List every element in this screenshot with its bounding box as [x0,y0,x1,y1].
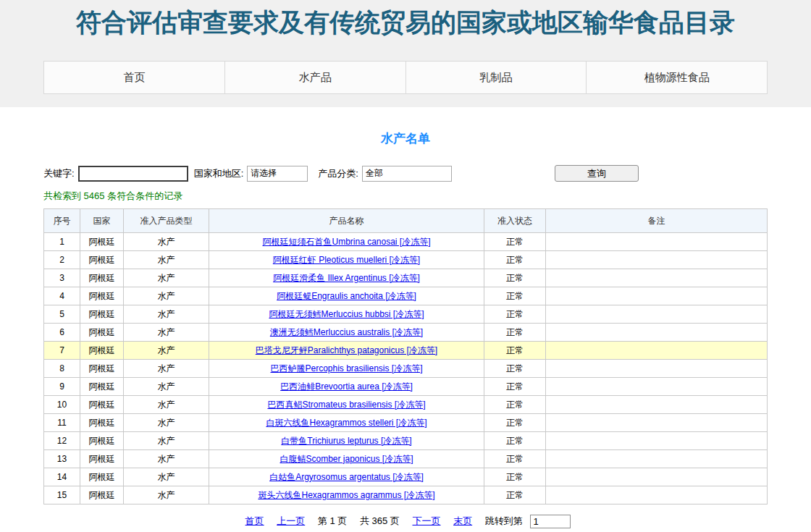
table-row: 7 阿根廷 水产 巴塔戈尼牙鲆Paralichthys patagonicus … [44,342,768,360]
jump-to-page-label: 跳转到第 [485,515,523,526]
cell-remark [546,414,768,432]
cell-access-status: 正常 [484,233,546,251]
first-page-link[interactable]: 首页 [245,515,264,526]
cell-product-name: 白斑六线鱼Hexagrammos stelleri [冷冻等] [209,414,484,432]
table-row: 3 阿根廷 水产 阿根廷滑柔鱼 Illex Argentinus [冷冻等] 正… [44,269,768,287]
cell-product-name: 巴塔戈尼牙鲆Paralichthys patagonicus [冷冻等] [209,342,484,360]
cell-product-type: 水产 [124,269,209,287]
product-link[interactable]: 阿根廷红虾 Pleoticus muelleri [冷冻等] [273,255,420,265]
nav-item-plant-foods-label: 植物源性食品 [644,71,710,85]
nav-item-dairy-products-label: 乳制品 [479,71,512,85]
table-row: 5 阿根廷 水产 阿根廷无须鳕Merluccius hubbsi [冷冻等] 正… [44,305,768,324]
cell-serial-number: 14 [44,468,80,486]
nav-item-dairy-products[interactable]: 乳制品 [406,62,587,93]
keyword-label: 关键字: [43,167,75,180]
cell-remark [546,450,768,468]
cell-product-name: 白带鱼Trichiurus lepturus [冷冻等] [209,432,484,450]
product-link[interactable]: 巴西真鲳Stromateus brasiliensis [冷冻等] [267,400,425,410]
product-link[interactable]: 白斑六线鱼Hexagrammos stelleri [冷冻等] [266,418,426,428]
next-page-link[interactable]: 下一页 [413,515,441,526]
query-button[interactable]: 查询 [555,165,639,182]
cell-serial-number: 15 [44,486,80,504]
cell-product-name: 阿根廷无须鳕Merluccius hubbsi [冷冻等] [209,305,484,324]
table-row: 8 阿根廷 水产 巴西鲈鰧Percophis brasiliensis [冷冻等… [44,360,768,378]
cell-country: 阿根廷 [80,342,124,360]
cell-country: 阿根廷 [80,287,124,305]
nav-item-plant-foods[interactable]: 植物源性食品 [586,62,767,93]
cell-product-type: 水产 [124,486,209,504]
cell-product-name: 阿根廷滑柔鱼 Illex Argentinus [冷冻等] [209,269,484,287]
header-country: 国家 [80,209,124,233]
cell-remark [546,269,768,287]
nav-item-home-label: 首页 [123,71,145,85]
header-serial-number: 序号 [44,209,80,233]
cell-access-status: 正常 [484,342,546,360]
nav-item-aquatic-products-label: 水产品 [299,71,332,85]
section-title: 水产名单 [0,130,811,147]
category-label: 产品分类: [318,167,358,180]
cell-product-name: 阿根廷鳀Engraulis anchoita [冷冻等] [209,287,484,305]
keyword-input[interactable] [78,166,188,182]
cell-serial-number: 2 [44,251,80,269]
product-link[interactable]: 阿根廷无须鳕Merluccius hubbsi [冷冻等] [269,309,424,319]
product-link[interactable]: 巴西油鲱Brevoortia aurea [冷冻等] [280,381,413,392]
cell-serial-number: 11 [44,414,80,432]
product-link[interactable]: 白姑鱼Argyrosomus argentatus [冷冻等] [269,472,424,482]
cell-product-name: 白姑鱼Argyrosomus argentatus [冷冻等] [209,468,484,486]
cell-product-name: 阿根廷红虾 Pleoticus muelleri [冷冻等] [209,251,484,269]
cell-remark [546,486,768,504]
product-link[interactable]: 白腹鲭Scomber japonicus [冷冻等] [280,454,413,464]
cell-product-name: 巴西真鲳Stromateus brasiliensis [冷冻等] [209,396,484,414]
cell-country: 阿根廷 [80,251,124,269]
cell-country: 阿根廷 [80,414,124,432]
cell-product-type: 水产 [124,468,209,486]
cell-serial-number: 13 [44,450,80,468]
pagination: 首页 上一页 第 1 页 共 365 页 下一页 末页 跳转到第 [0,515,811,528]
prev-page-link[interactable]: 上一页 [277,515,305,526]
cell-country: 阿根廷 [80,378,124,396]
cell-access-status: 正常 [484,360,546,378]
table-row: 10 阿根廷 水产 巴西真鲳Stromateus brasiliensis [冷… [44,396,768,414]
cell-product-type: 水产 [124,342,209,360]
country-input[interactable] [247,166,308,182]
cell-product-name: 巴西油鲱Brevoortia aurea [冷冻等] [209,378,484,396]
product-link[interactable]: 澳洲无须鳕Merluccius australis [冷冻等] [270,327,423,337]
cell-product-type: 水产 [124,360,209,378]
jump-to-page-input[interactable] [530,515,571,528]
cell-access-status: 正常 [484,269,546,287]
cell-product-type: 水产 [124,414,209,432]
nav-item-aquatic-products[interactable]: 水产品 [224,62,406,93]
table-row: 15 阿根廷 水产 斑头六线鱼Hexagrammos agrammus [冷冻等… [44,486,768,504]
cell-remark [546,378,768,396]
cell-access-status: 正常 [484,287,546,305]
cell-access-status: 正常 [484,432,546,450]
cell-product-type: 水产 [124,251,209,269]
cell-remark [546,324,768,342]
product-link[interactable]: 阿根廷滑柔鱼 Illex Argentinus [冷冻等] [273,273,420,283]
current-page-text: 第 1 页 [318,515,347,526]
category-input[interactable] [362,166,452,182]
cell-country: 阿根廷 [80,468,124,486]
cell-serial-number: 5 [44,305,80,324]
total-pages-text: 共 365 页 [360,515,400,526]
product-link[interactable]: 巴西鲈鰧Percophis brasiliensis [冷冻等] [270,363,422,373]
cell-remark [546,287,768,305]
cell-access-status: 正常 [484,450,546,468]
product-link[interactable]: 斑头六线鱼Hexagrammos agrammus [冷冻等] [258,490,434,500]
cell-remark [546,251,768,269]
table-body: 1 阿根廷 水产 阿根廷短须石首鱼Umbrina canosai [冷冻等] 正… [44,233,768,504]
table-row: 1 阿根廷 水产 阿根廷短须石首鱼Umbrina canosai [冷冻等] 正… [44,233,768,251]
product-link[interactable]: 阿根廷鳀Engraulis anchoita [冷冻等] [277,291,416,301]
product-link[interactable]: 巴塔戈尼牙鲆Paralichthys patagonicus [冷冻等] [256,345,437,355]
cell-access-status: 正常 [484,414,546,432]
last-page-link[interactable]: 末页 [453,515,472,526]
cell-country: 阿根廷 [80,305,124,324]
header-product-name: 产品名称 [209,209,484,233]
product-link[interactable]: 白带鱼Trichiurus lepturus [冷冻等] [281,436,411,446]
nav-item-home[interactable]: 首页 [44,62,224,93]
table-row: 14 阿根廷 水产 白姑鱼Argyrosomus argentatus [冷冻等… [44,468,768,486]
table-row: 2 阿根廷 水产 阿根廷红虾 Pleoticus muelleri [冷冻等] … [44,251,768,269]
cell-serial-number: 9 [44,378,80,396]
table-header: 序号 国家 准入产品类型 产品名称 准入状态 备注 [44,209,768,233]
product-link[interactable]: 阿根廷短须石首鱼Umbrina canosai [冷冻等] [262,237,430,247]
